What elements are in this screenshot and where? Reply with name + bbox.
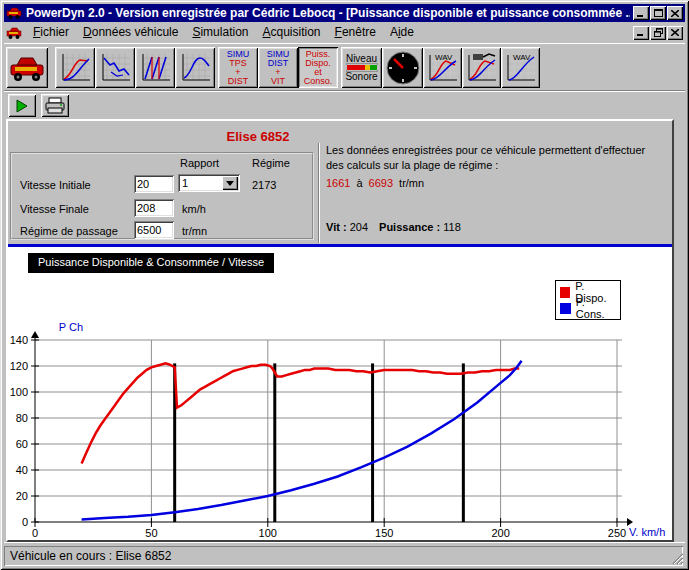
menu-fenetre[interactable]: Fenêtre: [328, 23, 383, 42]
app-car-icon: [6, 6, 22, 20]
regime-passage-label: Régime de passage: [20, 225, 118, 237]
car-icon: [9, 54, 45, 82]
svg-text:120: 120: [10, 360, 28, 372]
menu-bar: Fichier Données véhicule Simulation Acqu…: [4, 23, 685, 42]
vitesse-finale-label: Vitesse Finale: [20, 203, 89, 215]
info-line-2: des calculs sur la plage de régime :: [326, 158, 672, 173]
menu-simulation[interactable]: Simulation: [185, 23, 255, 42]
vitesse-initiale-label: Vitesse Initiale: [20, 179, 91, 191]
regime-passage-input[interactable]: [134, 221, 174, 239]
vit-value: 204: [350, 221, 368, 233]
printer-icon: [45, 97, 65, 114]
vehicle-button[interactable]: [6, 47, 48, 88]
run-button[interactable]: [8, 94, 36, 117]
vit-label: Vit :: [326, 221, 347, 233]
svg-text:250: 250: [608, 527, 626, 539]
mdi-minimize-button[interactable]: [633, 26, 649, 40]
svg-text:50: 50: [145, 527, 157, 539]
chevron-down-icon: [226, 181, 234, 186]
run-toolbar: [4, 90, 685, 118]
status-panel: Véhicule en cours : Elise 6852: [4, 546, 683, 566]
rapport-select[interactable]: 1: [178, 174, 240, 192]
menu-fichier[interactable]: Fichier: [26, 23, 76, 42]
divider: [318, 143, 320, 243]
simu-tps-dist-button[interactable]: SIMU TPS + DIST: [218, 47, 258, 88]
red-swatch-icon: [560, 287, 570, 298]
mdi-close-button[interactable]: [667, 26, 683, 40]
print-button[interactable]: [41, 94, 69, 117]
wav-power-chart-icon: WAV: [426, 51, 459, 84]
spark-plug-chart-icon: [465, 51, 498, 84]
vehicle-name-title: Elise 6852: [138, 129, 378, 144]
wav-speed-button[interactable]: WAV: [501, 47, 540, 88]
puiss-dispo-conso-button[interactable]: Puiss. Dispo. et Conso.: [298, 47, 338, 88]
svg-text:80: 80: [16, 412, 28, 424]
rpm-range-unit: tr/mn: [399, 177, 424, 189]
regime-passage-unit: tr/mn: [182, 225, 207, 237]
puissance-label: Puissance :: [379, 221, 440, 233]
graph-torque-button[interactable]: [175, 47, 215, 88]
puissance-value: 118: [443, 221, 461, 233]
spark-wav-button[interactable]: [462, 47, 501, 88]
svg-text:60: 60: [16, 438, 28, 450]
resize-grip[interactable]: [671, 552, 684, 565]
svg-text:150: 150: [375, 527, 393, 539]
svg-text:0: 0: [22, 516, 28, 528]
chart-legend: P. Dispo. P. Cons.: [555, 280, 621, 320]
close-button[interactable]: [667, 6, 683, 20]
chart-title: Puissance Disponible & Consommée / Vites…: [28, 253, 274, 273]
app-window: PowerDyn 2.0 - Version enregistrée par C…: [0, 0, 689, 570]
rpm-range-info: Les données enregistrées pour ce véhicul…: [326, 143, 672, 189]
vitesse-finale-input[interactable]: [134, 199, 174, 217]
gears-chart-icon: [139, 52, 172, 84]
speed-parameters-groupbox: Rapport Régime Vitesse Initiale 1 2173 V…: [10, 152, 314, 240]
svg-text:200: 200: [491, 527, 509, 539]
minimize-button[interactable]: [633, 6, 649, 20]
deceleration-chart-icon: [99, 52, 132, 84]
rpm-range-min: 1661: [326, 177, 350, 189]
status-text: Véhicule en cours : Elise 6852: [10, 549, 171, 563]
svg-text:100: 100: [10, 386, 28, 398]
main-toolbar: SIMU TPS + DIST SIMU DIST + VIT Puiss. D…: [4, 43, 685, 90]
title-bar: PowerDyn 2.0 - Version enregistrée par C…: [4, 4, 685, 22]
svg-text:WAV: WAV: [513, 53, 531, 62]
svg-text:0: 0: [32, 527, 38, 539]
mdi-restore-button[interactable]: [650, 26, 666, 40]
svg-text:100: 100: [259, 527, 277, 539]
svg-text:140: 140: [10, 334, 28, 346]
rpm-range-values: 1661à6693tr/mn: [326, 177, 672, 189]
wav-speed-chart-icon: WAV: [504, 51, 537, 84]
rapport-dropdown-button[interactable]: [222, 176, 238, 190]
rapport-header: Rapport: [180, 157, 219, 169]
maximize-button[interactable]: [650, 6, 666, 20]
parameters-area: Elise 6852 Rapport Régime Vitesse Initia…: [8, 121, 672, 244]
document-car-icon[interactable]: [6, 26, 22, 40]
svg-text:P Ch: P Ch: [59, 321, 83, 333]
rapport-value: 1: [178, 177, 222, 189]
torque-chart-icon: [179, 52, 212, 84]
menu-acquisition[interactable]: Acquisition: [255, 23, 327, 42]
graph-power-speed-button[interactable]: [55, 47, 95, 88]
menu-donnees-vehicule[interactable]: Données véhicule: [76, 23, 185, 42]
menu-aide[interactable]: Aide: [383, 23, 421, 42]
info-line-1: Les données enregistrées pour ce véhicul…: [326, 143, 672, 158]
svg-text:20: 20: [16, 490, 28, 502]
niveau-sonore-button[interactable]: Niveau Sonore: [341, 47, 382, 88]
svg-text:V. km/h: V. km/h: [629, 526, 665, 538]
tachometer-icon: [386, 51, 420, 85]
svg-text:40: 40: [16, 464, 28, 476]
simu-dist-vit-button[interactable]: SIMU DIST + VIT: [258, 47, 298, 88]
vitesse-initiale-input[interactable]: [134, 175, 174, 193]
wav-power-button[interactable]: WAV: [423, 47, 462, 88]
power-speed-chart-icon: [59, 52, 92, 84]
result-readout: Vit : 204 Puissance : 118: [326, 221, 469, 233]
gauge-button[interactable]: [382, 47, 423, 88]
simulation-panel: Elise 6852 Rapport Régime Vitesse Initia…: [6, 119, 674, 542]
graph-deceleration-button[interactable]: [95, 47, 135, 88]
chart-area: 050100150200250020406080100120140P ChV. …: [8, 247, 672, 540]
status-bar: Véhicule en cours : Elise 6852: [4, 542, 685, 566]
legend-item-cons: P. Cons.: [560, 300, 616, 316]
graph-gears-button[interactable]: [135, 47, 175, 88]
svg-text:WAV: WAV: [435, 53, 453, 62]
regime-header: Régime: [252, 157, 290, 169]
